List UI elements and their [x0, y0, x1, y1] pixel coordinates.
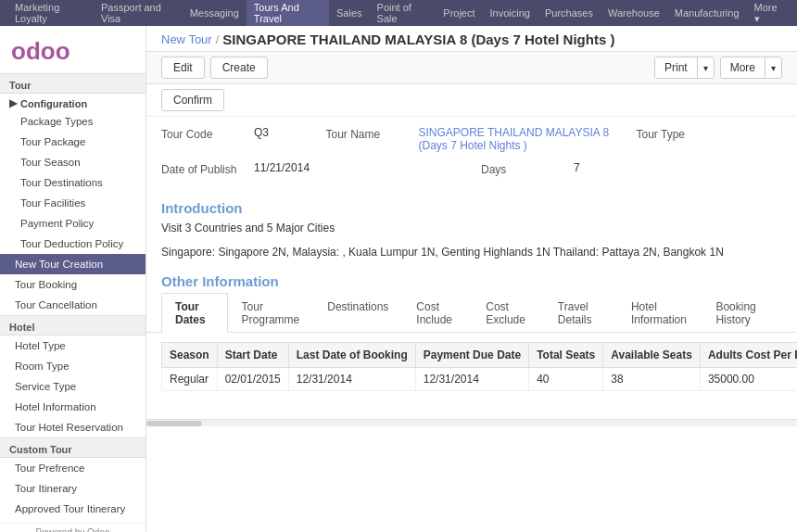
tour-type-label: Tour Type [637, 126, 720, 141]
more-dropdown-button[interactable]: ▾ [765, 59, 781, 77]
sidebar-item-service-type[interactable]: Service Type [0, 376, 145, 397]
sidebar-item-tour-itinerary[interactable]: Tour Itinerary [0, 478, 145, 499]
sidebar: odoo Tour ▶ Configuration Package Types … [0, 26, 146, 532]
breadcrumb-separator: / [216, 32, 220, 46]
create-button[interactable]: Create [210, 57, 268, 79]
intro-text-2: Singapore: Singapore 2N, Malaysia: , Kua… [146, 244, 797, 268]
sidebar-item-tour-package[interactable]: Tour Package [0, 132, 145, 152]
sidebar-item-tour-facilities[interactable]: Tour Facilities [0, 193, 145, 213]
tour-name-field: Tour Name SINGAPORE THAILAND MALAYSIA 8 … [326, 126, 618, 152]
intro-text-1: Visit 3 Countries and 5 Major Cities [146, 220, 797, 244]
tab-cost-include[interactable]: Cost Include [402, 293, 472, 333]
th-start-date: Start Date [217, 343, 288, 368]
tab-booking-history[interactable]: Booking History [702, 293, 782, 333]
tour-code-label: Tour Code [161, 126, 245, 141]
tour-name-value[interactable]: SINGAPORE THAILAND MALAYSIA 8 (Days 7 Ho… [419, 126, 618, 152]
tab-hotel-information[interactable]: Hotel Information [617, 293, 702, 333]
nav-item-invoicing[interactable]: Invoicing [483, 0, 538, 26]
powered-by: Powered by Odoo [0, 523, 145, 532]
table-row[interactable]: Regular 02/01/2015 12/31/2014 12/31/2014… [162, 368, 798, 391]
sidebar-item-approved-tour-itinerary[interactable]: Approved Tour Itinerary [0, 499, 145, 519]
tab-cost-exclude[interactable]: Cost Exclude [472, 293, 544, 333]
horizontal-scrollbar[interactable] [146, 419, 797, 426]
print-dropdown-button[interactable]: ▾ [698, 59, 714, 77]
date-publish-label: Date of Publish [161, 161, 245, 176]
th-adults-cost: Adults Cost Per Person [700, 343, 797, 368]
nav-item-project[interactable]: Project [436, 0, 482, 26]
td-payment-due-date: 12/31/2014 [415, 368, 528, 391]
breadcrumb-current: SINGAPORE THAILAND MALAYSIA 8 (Days 7 Ho… [222, 32, 614, 47]
breadcrumb-link[interactable]: New Tour [161, 32, 212, 46]
days-field: Days 7 [481, 161, 782, 176]
td-available-seats: 38 [603, 368, 701, 391]
date-publish-value: 11/21/2014 [254, 161, 310, 174]
sidebar-section-tour: Tour [0, 73, 145, 94]
form-row-1: Tour Code Q3 Tour Name SINGAPORE THAILAN… [161, 126, 782, 152]
sidebar-configuration-group[interactable]: ▶ Configuration [0, 94, 145, 111]
print-button-group: Print ▾ [654, 57, 715, 79]
nav-item-messaging[interactable]: Messaging [183, 0, 247, 26]
th-season: Season [162, 343, 218, 368]
table-header-row: Season Start Date Last Date of Booking P… [162, 343, 798, 368]
form-section: Tour Code Q3 Tour Name SINGAPORE THAILAN… [146, 117, 797, 195]
nav-item-sales[interactable]: Sales [329, 0, 370, 26]
sidebar-section-custom-tour: Custom Tour [0, 437, 145, 458]
nav-item-marketing[interactable]: Marketing Loyalty [7, 0, 94, 26]
days-value: 7 [574, 161, 580, 174]
tour-code-field: Tour Code Q3 [161, 126, 308, 152]
th-available-seats: Available Seats [603, 343, 701, 368]
th-payment-due-date: Payment Due Date [415, 343, 528, 368]
date-publish-field: Date of Publish 11/21/2014 [161, 161, 462, 176]
scrollbar-thumb[interactable] [146, 421, 202, 426]
introduction-title: Introduction [146, 195, 797, 220]
sidebar-item-hotel-type[interactable]: Hotel Type [0, 336, 145, 356]
tour-name-label: Tour Name [326, 126, 410, 141]
sidebar-section-hotel: Hotel [0, 315, 145, 336]
more-main-button[interactable]: More [721, 57, 765, 78]
sidebar-item-hotel-information[interactable]: Hotel Information [0, 397, 145, 417]
nav-item-manufacturing[interactable]: Manufacturing [667, 0, 747, 26]
tabs: Tour Dates Tour Programme Destinations C… [161, 293, 782, 332]
print-main-button[interactable]: Print [655, 57, 698, 78]
sidebar-item-tour-cancellation[interactable]: Tour Cancellation [0, 295, 145, 315]
content-area: Confirm Tour Code Q3 Tour Name SINGAPORE… [146, 84, 797, 532]
nav-item-passport[interactable]: Passport and Visa [94, 0, 183, 26]
tour-dates-table: Season Start Date Last Date of Booking P… [161, 342, 797, 391]
tabs-container: Tour Dates Tour Programme Destinations C… [146, 293, 797, 333]
nav-more-button[interactable]: More ▾ [747, 2, 790, 25]
sidebar-item-package-types[interactable]: Package Types [0, 111, 145, 132]
tour-dates-table-container: Season Start Date Last Date of Booking P… [146, 333, 797, 400]
td-adults-cost: 35000.00 [700, 368, 797, 391]
sidebar-item-tour-deduction-policy[interactable]: Tour Deduction Policy [0, 234, 145, 254]
sidebar-item-tour-prefrence[interactable]: Tour Prefrence [0, 458, 145, 478]
logo-text: odoo [11, 37, 70, 65]
tab-tour-programme[interactable]: Tour Programme [228, 293, 314, 333]
nav-item-pos[interactable]: Point of Sale [370, 0, 436, 26]
edit-button[interactable]: Edit [161, 57, 205, 79]
sidebar-item-new-tour-creation[interactable]: New Tour Creation [0, 254, 145, 274]
td-season: Regular [162, 368, 218, 391]
nav-item-tours[interactable]: Tours And Travel [247, 0, 329, 26]
tour-code-value: Q3 [254, 126, 269, 139]
form-row-2: Date of Publish 11/21/2014 Days 7 [161, 161, 782, 176]
tab-travel-details[interactable]: Travel Details [544, 293, 617, 333]
sidebar-item-tour-hotel-reservation[interactable]: Tour Hotel Reservation [0, 417, 145, 437]
nav-item-purchases[interactable]: Purchases [538, 0, 601, 26]
sidebar-item-tour-destinations[interactable]: Tour Destinations [0, 172, 145, 193]
sidebar-item-tour-season[interactable]: Tour Season [0, 152, 145, 172]
th-last-date-booking: Last Date of Booking [288, 343, 415, 368]
arrow-icon: ▶ [9, 97, 17, 109]
td-start-date: 02/01/2015 [217, 368, 288, 391]
top-navigation: Marketing Loyalty Passport and Visa Mess… [0, 0, 797, 26]
sidebar-item-room-type[interactable]: Room Type [0, 356, 145, 376]
sidebar-item-payment-policy[interactable]: Payment Policy [0, 213, 145, 234]
nav-item-warehouse[interactable]: Warehouse [601, 0, 667, 26]
sidebar-item-tour-booking[interactable]: Tour Booking [0, 274, 145, 295]
td-last-date-booking: 12/31/2014 [288, 368, 415, 391]
app-logo: odoo [0, 26, 145, 73]
th-total-seats: Total Seats [529, 343, 603, 368]
confirm-row: Confirm [146, 84, 797, 117]
tab-destinations[interactable]: Destinations [313, 293, 402, 333]
tab-tour-dates[interactable]: Tour Dates [161, 293, 228, 333]
confirm-button[interactable]: Confirm [161, 89, 224, 111]
